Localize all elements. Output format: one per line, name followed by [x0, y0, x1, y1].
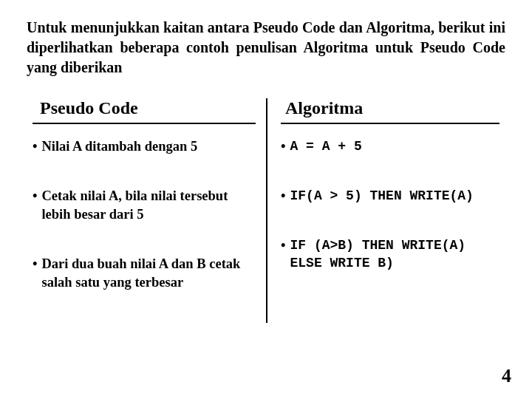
list-item: • Nilai A ditambah dengan 5: [33, 137, 256, 156]
pseudo-code-text: Nilai A ditambah dengan 5: [41, 137, 256, 156]
algorithm-text: IF(A > 5) THEN WRITE(A): [290, 187, 499, 205]
pseudo-code-heading: Pseudo Code: [33, 98, 256, 124]
list-item: • Cetak nilai A, bila nilai tersebut leb…: [33, 187, 256, 224]
algorithm-column: Algoritma • A = A + 5 • IF(A > 5) THEN W…: [266, 98, 505, 323]
two-column-table: Pseudo Code • Nilai A ditambah dengan 5 …: [27, 98, 505, 323]
pseudo-code-text: Cetak nilai A, bila nilai tersebut lebih…: [41, 187, 256, 224]
page-number: 4: [502, 365, 511, 387]
bullet-icon: •: [281, 187, 285, 205]
algorithm-text: IF (A>B) THEN WRITE(A) ELSE WRITE B): [290, 236, 499, 273]
list-item: • Dari dua buah nilai A dan B cetak sala…: [33, 255, 256, 292]
bullet-icon: •: [33, 187, 37, 205]
algorithm-entries: • A = A + 5 • IF(A > 5) THEN WRITE(A) • …: [281, 137, 499, 304]
pseudo-code-entries: • Nilai A ditambah dengan 5 • Cetak nila…: [33, 137, 256, 323]
slide: Untuk menunjukkan kaitan antara Pseudo C…: [0, 0, 532, 399]
intro-paragraph: Untuk menunjukkan kaitan antara Pseudo C…: [27, 18, 505, 78]
algorithm-heading: Algoritma: [281, 98, 499, 124]
bullet-icon: •: [281, 236, 285, 255]
list-item: • IF(A > 5) THEN WRITE(A): [281, 187, 499, 205]
pseudo-code-text: Dari dua buah nilai A dan B cetak salah …: [41, 255, 256, 292]
list-item: • A = A + 5: [281, 137, 499, 156]
bullet-icon: •: [281, 137, 285, 156]
algorithm-text: A = A + 5: [290, 137, 499, 155]
bullet-icon: •: [33, 137, 37, 156]
pseudo-code-column: Pseudo Code • Nilai A ditambah dengan 5 …: [27, 98, 266, 323]
bullet-icon: •: [33, 255, 37, 273]
list-item: • IF (A>B) THEN WRITE(A) ELSE WRITE B): [281, 236, 499, 273]
